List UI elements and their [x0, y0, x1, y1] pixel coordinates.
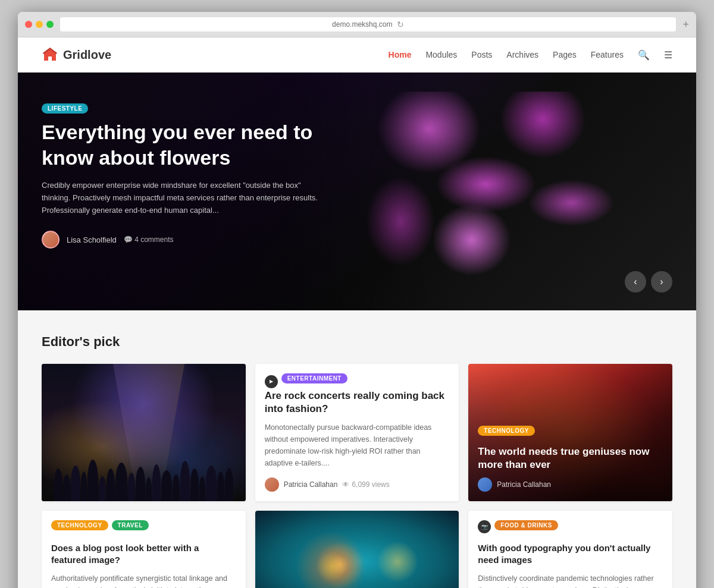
hero-excerpt: Credibly empower enterprise wide mindsha…	[42, 180, 327, 216]
genius-title: The world needs true geniuses now more t…	[478, 445, 663, 471]
browser-toolbar: demo.mekshq.com ↻ +	[18, 12, 696, 37]
hero-navigation: ‹ ›	[625, 271, 672, 293]
card-tag-row: ▶ ENTERTAINMENT	[265, 373, 450, 389]
search-icon[interactable]: 🔍	[638, 49, 650, 61]
page-content: Gridlove Home Modules Posts Archives Pag…	[18, 37, 696, 588]
card-typography-body: 📷 FOOD & DRINKS With good typography you…	[468, 511, 672, 588]
crowd-silhouette	[42, 419, 246, 501]
minimize-button[interactable]	[36, 21, 43, 28]
hero-meta: Lisa Scholfield 💬 4 comments	[42, 231, 327, 249]
card-rock-avatar	[265, 477, 279, 492]
card-blog-title: Does a blog post look better with a feat…	[51, 542, 236, 567]
card-blog-excerpt: Authoritatively pontificate synergistic …	[51, 573, 236, 588]
top-cards-grid: ▶ ENTERTAINMENT Are rock concerts really…	[42, 364, 672, 501]
nav-modules[interactable]: Modules	[425, 50, 457, 59]
card-happy[interactable]: LIFESTYLE If you're truly happy and you …	[255, 511, 459, 588]
card-happy-image: LIFESTYLE	[255, 511, 459, 588]
hero-author-avatar	[42, 231, 60, 249]
site-logo[interactable]: Gridlove	[42, 46, 111, 63]
reload-icon[interactable]: ↻	[397, 20, 404, 29]
hero-prev-button[interactable]: ‹	[625, 271, 646, 293]
nav-posts[interactable]: Posts	[471, 50, 492, 59]
maximize-button[interactable]	[46, 21, 54, 28]
menu-icon[interactable]: ☰	[664, 49, 672, 61]
editors-pick-section: Editor's pick	[18, 310, 696, 588]
sparkle-main	[283, 518, 380, 588]
card-tag-entertainment[interactable]: ENTERTAINMENT	[281, 373, 347, 383]
card-typography[interactable]: 📷 FOOD & DRINKS With good typography you…	[468, 511, 672, 588]
logo-text: Gridlove	[63, 48, 111, 62]
card-typography-tag-food[interactable]: FOOD & DRINKS	[494, 520, 558, 530]
card-rock-author: Patricia Callahan	[284, 480, 338, 489]
nav-home[interactable]: Home	[389, 50, 412, 59]
genius-author: Patricia Callahan	[497, 480, 551, 489]
url-text: demo.mekshq.com	[332, 20, 392, 29]
nav-features[interactable]: Features	[591, 50, 624, 59]
address-bar[interactable]: demo.mekshq.com ↻	[60, 17, 677, 32]
genius-content: TECHNOLOGY The world needs true geniuses…	[468, 415, 672, 501]
card-blog-post[interactable]: TECHNOLOGY TRAVEL Does a blog post look …	[42, 511, 246, 588]
hero-content: LIFESTYLE Everything you ever need to kn…	[42, 102, 327, 249]
card-blog-tag-travel[interactable]: TRAVEL	[112, 520, 149, 530]
hero-comment-count: 💬 4 comments	[124, 235, 174, 244]
card-rock-title: Are rock concerts really coming back int…	[265, 389, 450, 416]
window-controls	[25, 21, 54, 28]
card-genius[interactable]: TECHNOLOGY The world needs true geniuses…	[468, 364, 672, 501]
card-concert[interactable]	[42, 364, 246, 501]
card-blog-tags: TECHNOLOGY TRAVEL	[51, 520, 236, 536]
card-blog-tag-tech[interactable]: TECHNOLOGY	[51, 520, 108, 530]
section-title: Editor's pick	[42, 334, 672, 350]
genius-tag[interactable]: TECHNOLOGY	[478, 426, 535, 436]
hero-author-name: Lisa Scholfield	[67, 235, 117, 244]
bottom-cards-grid: TECHNOLOGY TRAVEL Does a blog post look …	[42, 511, 672, 588]
genius-meta: Patricia Callahan	[478, 477, 663, 492]
card-rock-excerpt: Monotonectally pursue backward-compatibl…	[265, 422, 450, 469]
hero-category-badge[interactable]: LIFESTYLE	[42, 103, 88, 114]
card-rock-meta: Patricia Callahan 👁 6,099 views	[265, 477, 450, 492]
genius-avatar	[478, 477, 492, 492]
nav-archives[interactable]: Archives	[506, 50, 538, 59]
camera-icon: 📷	[478, 520, 491, 533]
nav-pages[interactable]: Pages	[553, 50, 577, 59]
concert-image	[42, 364, 246, 501]
hero-next-button[interactable]: ›	[651, 271, 672, 293]
site-header: Gridlove Home Modules Posts Archives Pag…	[18, 37, 696, 73]
new-tab-button[interactable]: +	[682, 18, 689, 31]
card-happy-image-wrap: LIFESTYLE	[255, 511, 459, 588]
main-nav: Home Modules Posts Archives Pages Featur…	[389, 49, 672, 61]
hero-title: Everything you ever need to know about f…	[42, 120, 327, 170]
card-blog-body: TECHNOLOGY TRAVEL Does a blog post look …	[42, 511, 246, 588]
logo-icon	[42, 46, 58, 63]
card-rock-views: 👁 6,099 views	[342, 480, 389, 489]
close-button[interactable]	[25, 21, 32, 28]
hero-slider: LIFESTYLE Everything you ever need to kn…	[18, 73, 696, 310]
browser-window: demo.mekshq.com ↻ + Gridlove Home Module…	[18, 12, 696, 588]
card-rock-concerts[interactable]: ▶ ENTERTAINMENT Are rock concerts really…	[255, 364, 459, 501]
card-rock-concerts-body: ▶ ENTERTAINMENT Are rock concerts really…	[255, 364, 459, 501]
play-icon: ▶	[265, 375, 278, 388]
card-typography-title: With good typography you don't actually …	[478, 542, 663, 567]
card-typography-tags: 📷 FOOD & DRINKS	[478, 520, 663, 536]
card-typography-excerpt: Distinctively coordinate pandemic techno…	[478, 573, 663, 588]
sparkle-secondary	[377, 541, 418, 583]
